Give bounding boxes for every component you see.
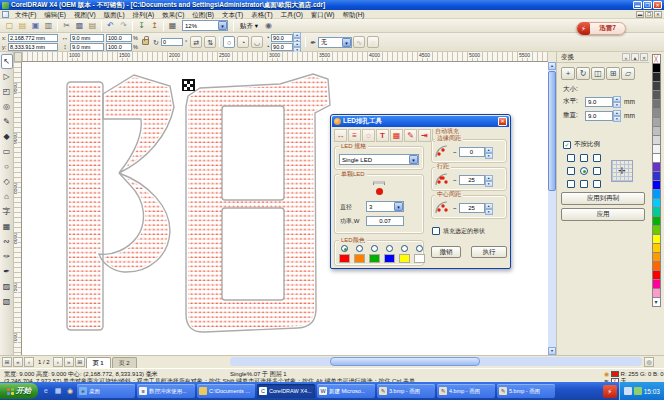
menu-item-排列(A)[interactable]: 排列(A) [129, 10, 159, 19]
menu-item-位图(B)[interactable]: 位图(B) [188, 10, 218, 19]
horizontal-size-field[interactable]: 9.0 [585, 97, 613, 107]
text-path-icon[interactable]: T [376, 129, 389, 142]
size-icon[interactable]: ⊞ [606, 67, 620, 80]
row-spacing-field[interactable]: 25 [459, 175, 485, 185]
ruler-origin[interactable] [14, 52, 22, 62]
menu-item-视图(V)[interactable]: 视图(V) [70, 10, 100, 19]
edge-spacing-spinner[interactable]: ▴▾ [485, 147, 493, 158]
apply-to-duplicate-button[interactable]: 应用到再制 [561, 192, 645, 205]
led-color-radio[interactable] [401, 245, 408, 252]
led-color-radio[interactable] [341, 245, 348, 252]
vertical-ruler[interactable]: 950090008500800075007000 [14, 62, 22, 355]
doc-restore-button[interactable]: ❐ [645, 11, 653, 18]
horizontal-ruler[interactable]: 1000150020002500300035004000450050005500 [22, 52, 548, 62]
spinner-down[interactable]: ▾ [613, 102, 621, 108]
taskbar-button[interactable]: e桌面 [77, 384, 135, 398]
start-button[interactable]: 开始 [0, 383, 38, 399]
next-page-button[interactable]: › [53, 357, 63, 367]
led-hole-tool-dialog[interactable]: LED排孔工具 ✕ ↔≡◌T▦✎⇥≣▴▾ LED 规格 Single LED▾ … [330, 114, 511, 269]
center-spacing-field[interactable]: 25 [459, 203, 485, 213]
vertical-size-spinner[interactable]: ▴▾ [613, 110, 621, 121]
led-color-option[interactable] [352, 245, 367, 263]
print-icon[interactable]: ▥ [42, 20, 55, 32]
last-page-button[interactable]: » [64, 357, 74, 367]
menu-item-版面(L)[interactable]: 版面(L) [100, 10, 129, 19]
undo-icon[interactable]: ↶ [104, 20, 117, 32]
options-icon[interactable]: ◉ [262, 20, 275, 32]
zoom-level-combo[interactable]: 12%▾ [182, 20, 228, 31]
dialog-close-button[interactable]: ✕ [498, 117, 507, 126]
anchor-cell-1-2[interactable] [593, 167, 601, 175]
led-color-option[interactable] [397, 245, 412, 263]
eyedropper-tool[interactable]: ✑ [1, 249, 13, 264]
menu-item-窗口(W)[interactable]: 窗口(W) [307, 10, 338, 19]
led-spec-combo[interactable]: Single LED▾ [339, 154, 419, 165]
ellipse-mode-button[interactable]: ○ [223, 36, 235, 48]
fill-tool[interactable]: ▨ [1, 279, 13, 294]
row-spacing-spinner[interactable]: ▴▾ [485, 175, 493, 186]
import-icon[interactable]: ↧ [135, 20, 148, 32]
edge-spacing-field[interactable]: 0 [459, 147, 485, 157]
page-tab-1[interactable]: 页 1 [86, 357, 111, 368]
taskbar-button[interactable]: ✎3.bmp - 画图 [377, 384, 435, 398]
menu-item-表格(T)[interactable]: 表格(T) [247, 10, 276, 19]
pick-tool[interactable]: ↖ [1, 54, 13, 69]
menu-item-帮助(H)[interactable]: 帮助(H) [338, 10, 368, 19]
freehand-tool[interactable]: ✎ [1, 114, 13, 129]
vertical-size-field[interactable]: 9.0 [585, 111, 613, 121]
nonproportional-checkbox[interactable]: ✓ [563, 141, 571, 149]
dropdown-button[interactable]: ▾ [409, 155, 418, 164]
led-color-option[interactable] [382, 245, 397, 263]
convert-curves-button[interactable]: ◌ [367, 36, 379, 48]
horizontal-scrollbar[interactable] [230, 357, 642, 366]
paste-icon[interactable]: ▤ [86, 20, 99, 32]
menu-item-编辑(E)[interactable]: 编辑(E) [40, 10, 70, 19]
arc-start-field[interactable]: 90.0 [271, 34, 293, 42]
led-color-swatch[interactable] [339, 254, 350, 263]
led-color-swatch[interactable] [414, 254, 425, 263]
x-position-field[interactable]: 2,168.772 mm [8, 34, 58, 42]
table-tool[interactable]: ▦ [1, 219, 13, 234]
rectangle-tool[interactable]: ▭ [1, 144, 13, 159]
object-width-field[interactable]: 9.0 mm [70, 34, 104, 42]
redo-icon[interactable]: ↷ [117, 20, 130, 32]
taskbar-button[interactable]: ✎5.bmp - 画图 [497, 384, 555, 398]
rotation-angle-field[interactable]: 0 [161, 38, 183, 46]
anchor-cell-2-0[interactable] [567, 180, 575, 188]
prev-page-button[interactable]: ‹ [24, 357, 34, 367]
grid-fill-icon[interactable]: ▦ [390, 129, 403, 142]
taskbar-button[interactable]: W新建 Microso... [317, 384, 375, 398]
anchor-cell-2-1[interactable] [580, 180, 588, 188]
led-color-swatch[interactable] [384, 254, 395, 263]
center-spacing-spinner[interactable]: ▴▾ [485, 203, 493, 214]
arc-end-field[interactable]: 90.0 [271, 43, 293, 51]
tray-network-icon[interactable] [624, 387, 632, 395]
doc-minimize-button[interactable]: ▬ [636, 11, 644, 18]
power-field[interactable]: 0.07 [366, 216, 404, 226]
shape-tool[interactable]: ▷ [1, 69, 13, 84]
polygon-tool[interactable]: ◇ [1, 174, 13, 189]
ie-icon[interactable]: e [41, 385, 51, 397]
dropdown-button[interactable]: ▾ [394, 202, 403, 211]
interactive-fill-tool[interactable]: ▧ [1, 294, 13, 309]
spinner-down[interactable]: ▾ [485, 209, 493, 215]
taskbar-button[interactable]: CCorelDRAW X4... [257, 384, 315, 398]
dropdown-button[interactable]: ▾ [218, 21, 227, 30]
led-color-option[interactable] [337, 245, 352, 263]
glyph-left-ear[interactable] [67, 75, 174, 330]
vertical-scrollbar[interactable]: ▴ ▾ [548, 62, 556, 355]
position-icon[interactable]: + [561, 67, 575, 80]
taskbar-button[interactable]: ≡数控冲床使用... [137, 384, 195, 398]
scroll-up-arrow[interactable]: ▴ [548, 62, 556, 70]
dropdown-button[interactable]: ▾ [342, 38, 351, 47]
anchor-cell-1-0[interactable] [567, 167, 575, 175]
taskbar-button[interactable]: ✎4.bmp - 画图 [437, 384, 495, 398]
thunder-floating-button[interactable]: ⚡ 迅雷7 [576, 22, 626, 35]
diameter-combo[interactable]: 3▾ [366, 201, 404, 212]
pan-zoom-corner-button[interactable]: ◎ [644, 357, 654, 367]
led-color-radio[interactable] [386, 245, 393, 252]
title-bar[interactable]: CorelDRAW X4 (OEM 版本 - 不可销售) - [C:\Docum… [0, 0, 664, 10]
horizontal-scroll-thumb[interactable] [330, 357, 480, 366]
anchor-cell-2-2[interactable] [593, 180, 601, 188]
spinner-down[interactable]: ▾ [613, 116, 621, 122]
